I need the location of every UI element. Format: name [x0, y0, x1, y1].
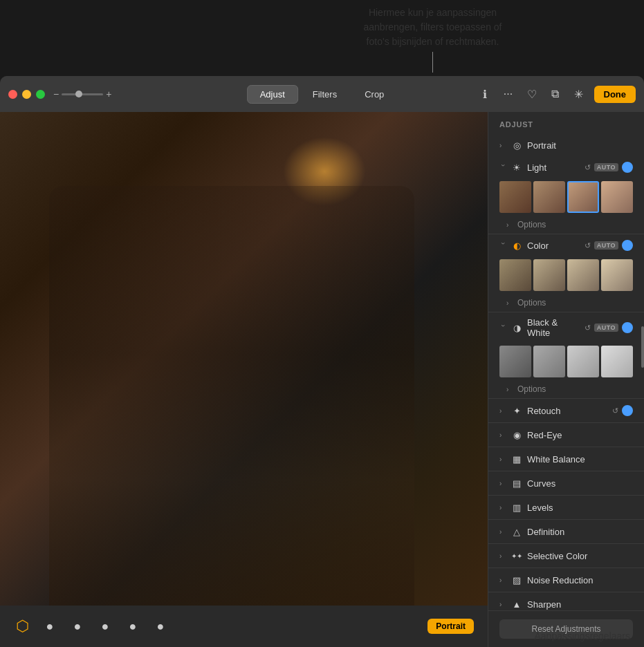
panel-scroll[interactable]: › ◎ Portrait › ☀ Light ↺ AUTO — [488, 134, 644, 610]
chevron-light-icon: › — [499, 164, 507, 171]
color-thumb-0[interactable] — [499, 259, 531, 291]
bw-actions: ↺ AUTO — [585, 322, 633, 333]
photo-bottom-toolbar: ⬡ ● ● ● ● ● Portrait — [0, 606, 488, 647]
traffic-lights — [8, 90, 45, 99]
zoom-plus-icon[interactable]: + — [106, 88, 111, 100]
tooltip-text: Hiermee kun je aanpassingen aanbrengen, … — [363, 6, 502, 49]
light-options-label: Options — [517, 220, 546, 229]
bw-icon: ◑ — [510, 321, 523, 334]
zoom-slider[interactable] — [62, 93, 103, 95]
bw-thumb-2[interactable] — [567, 346, 599, 377]
noisereduction-icon: ▨ — [510, 574, 523, 586]
light-thumb-3[interactable] — [601, 181, 633, 213]
close-button[interactable] — [8, 90, 17, 99]
retouch-icon: ✦ — [510, 404, 523, 417]
adjust-row-levels[interactable]: › ▥ Levels — [488, 496, 644, 520]
bw-toggle[interactable] — [622, 322, 633, 333]
bw-label: Black & White — [527, 317, 580, 338]
color-thumb-2[interactable] — [567, 259, 599, 291]
adjust-row-redeye[interactable]: › ◉ Red-Eye — [488, 423, 644, 447]
adjust-row-portrait[interactable]: › ◎ Portrait — [488, 134, 644, 156]
chevron-selectivecolor-icon: › — [499, 552, 506, 560]
light-label: Light — [527, 162, 580, 173]
portrait-label: Portrait — [527, 140, 633, 151]
panel-header: ADJUST — [488, 112, 644, 134]
chevron-noisereduction-icon: › — [499, 576, 506, 584]
color-options-row[interactable]: › Options — [488, 295, 644, 312]
bottom-icons: ⬡ ● ● ● ● ● — [14, 618, 169, 635]
light-options-row[interactable]: › Options — [488, 217, 644, 234]
selectivecolor-label: Selective Color — [527, 551, 633, 561]
adjust-row-noisereduction[interactable]: › ▨ Noise Reduction — [488, 568, 644, 592]
noisereduction-label: Noise Reduction — [527, 575, 633, 585]
chevron-color-icon: › — [499, 242, 507, 249]
curves-label: Curves — [527, 478, 633, 489]
view-mode-5-icon[interactable]: ● — [152, 618, 169, 635]
bw-options-label: Options — [517, 384, 546, 394]
light-actions: ↺ AUTO — [585, 162, 633, 173]
adjust-row-retouch[interactable]: › ✦ Retouch ↺ — [488, 399, 644, 423]
photo-container — [0, 112, 488, 606]
photo-image — [0, 112, 488, 606]
retouch-undo-icon[interactable]: ↺ — [612, 406, 618, 415]
chevron-bw-options-icon: › — [506, 386, 513, 393]
tooltip-area: Hiermee kun je aanpassingen aanbrengen, … — [221, 0, 644, 97]
light-toggle[interactable] — [622, 162, 633, 173]
adjust-row-color[interactable]: › ◐ Color ↺ AUTO — [488, 234, 644, 256]
whitebalance-label: White Balance — [527, 454, 633, 465]
color-undo-icon[interactable]: ↺ — [585, 241, 591, 250]
chevron-definition-icon: › — [499, 528, 506, 536]
adjust-row-selectivecolor[interactable]: › ✦✦ Selective Color — [488, 544, 644, 568]
bw-options-row[interactable]: › Options — [488, 382, 644, 398]
bw-thumb-1[interactable] — [533, 346, 565, 377]
adjust-row-curves[interactable]: › ▤ Curves — [488, 471, 644, 496]
main-window: − + Adjust Filters Crop ℹ ··· ♡ ⧉ ✳ Done — [0, 76, 644, 647]
retouch-actions: ↺ — [612, 405, 633, 416]
light-thumbnails — [488, 178, 644, 217]
chevron-redeye-icon: › — [499, 431, 506, 439]
zoom-slider-thumb — [75, 91, 82, 97]
definition-label: Definition — [527, 527, 633, 537]
chevron-sharpen-icon: › — [499, 601, 506, 608]
redeye-icon: ◉ — [510, 429, 523, 441]
adjust-row-bw[interactable]: › ◑ Black & White ↺ AUTO — [488, 312, 644, 343]
view-mode-3-icon[interactable]: ● — [97, 618, 113, 635]
color-thumb-1[interactable] — [533, 259, 565, 291]
live-photo-icon[interactable]: ⬡ — [14, 618, 30, 635]
view-mode-4-icon[interactable]: ● — [125, 618, 141, 635]
adjust-row-whitebalance[interactable]: › ▦ White Balance — [488, 447, 644, 471]
minimize-button[interactable] — [22, 90, 31, 99]
light-thumb-2[interactable] — [567, 181, 599, 213]
color-toggle[interactable] — [622, 240, 633, 251]
adjust-row-sharpen[interactable]: › ▲ Sharpen — [488, 592, 644, 610]
color-thumb-3[interactable] — [601, 259, 633, 291]
light-undo-icon[interactable]: ↺ — [585, 163, 591, 172]
bw-thumb-0[interactable] — [499, 346, 531, 377]
view-mode-1-icon[interactable]: ● — [42, 618, 58, 635]
adjust-row-light[interactable]: › ☀ Light ↺ AUTO — [488, 156, 644, 178]
light-thumb-0[interactable] — [499, 181, 531, 213]
bw-auto-badge[interactable]: AUTO — [594, 324, 618, 332]
light-auto-badge[interactable]: AUTO — [594, 163, 618, 171]
retouch-toggle[interactable] — [622, 405, 633, 416]
light-thumb-1[interactable] — [533, 181, 565, 213]
bw-undo-icon[interactable]: ↺ — [585, 324, 591, 332]
bw-thumb-3[interactable] — [601, 346, 633, 377]
portrait-badge[interactable]: Portrait — [427, 619, 474, 634]
levels-label: Levels — [527, 503, 633, 513]
whitebalance-icon: ▦ — [510, 453, 523, 465]
chevron-retouch-icon: › — [499, 407, 506, 415]
bottom-tooltip: Aanpassingsregelaars — [520, 625, 644, 647]
color-auto-badge[interactable]: AUTO — [594, 241, 618, 250]
maximize-button[interactable] — [36, 90, 45, 99]
view-mode-2-icon[interactable]: ● — [69, 618, 86, 635]
chevron-levels-icon: › — [499, 504, 506, 512]
bw-section: › ◑ Black & White ↺ AUTO — [488, 312, 644, 399]
color-options-label: Options — [517, 298, 546, 308]
zoom-minus-icon[interactable]: − — [53, 88, 59, 100]
chevron-portrait-icon: › — [499, 142, 506, 149]
selectivecolor-icon: ✦✦ — [510, 550, 523, 562]
color-label: Color — [527, 241, 580, 251]
definition-icon: △ — [510, 525, 523, 538]
adjust-row-definition[interactable]: › △ Definition — [488, 520, 644, 544]
